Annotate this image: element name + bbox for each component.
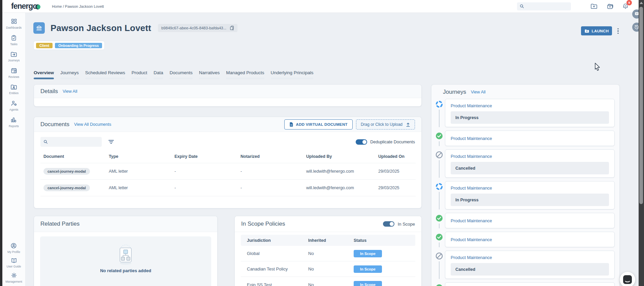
global-search[interactable] (517, 2, 571, 10)
journey-card[interactable]: Product Maintenance (445, 213, 615, 228)
tab-underlying-principals[interactable]: Underlying Principals (271, 70, 314, 79)
document-uploaded-on: 29/03/2025 (375, 163, 416, 180)
related-parties-header: Related Parties (34, 216, 217, 232)
journey-status: Cancelled (451, 263, 609, 276)
tab-data[interactable]: Data (154, 70, 163, 79)
upload-dropzone-button[interactable]: Drag or Click to Upload (356, 119, 415, 130)
tab-journeys[interactable]: Journeys (60, 70, 79, 79)
sidebar-item-entities[interactable]: Entities (9, 84, 19, 95)
sidebar-label: Tasks (10, 42, 18, 46)
top-bar: fenergo Home / Pawson Jackson Lovett 9 (2, 0, 639, 13)
col-type[interactable]: Type (106, 151, 171, 163)
journey-item: Product Maintenance Cancelled (433, 251, 615, 279)
documents-search-input[interactable] (50, 139, 97, 145)
launch-button[interactable]: LAUNCH (581, 26, 612, 35)
document-uploaded-on: 29/03/2025 (375, 180, 416, 196)
global-search-input[interactable] (526, 4, 567, 9)
sidebar-item-agents[interactable]: Agents (9, 100, 18, 111)
col-notarized[interactable]: Notarized (237, 151, 303, 163)
sidebar-item-management[interactable]: Management (5, 272, 22, 283)
col-inherited: Inherited (308, 238, 354, 243)
document-name-chip[interactable]: cancel-journey-modal (43, 184, 90, 191)
journey-item: Product Maintenance (433, 232, 615, 247)
tab-documents[interactable]: Documents (169, 70, 192, 79)
entity-type-tile (33, 22, 45, 34)
col-expiry-date[interactable]: Expiry Date (171, 151, 237, 163)
notifications-button[interactable]: 9 (622, 3, 629, 9)
sidebar-item-dashboards[interactable]: Dashboards (6, 18, 22, 29)
entity-id-chip[interactable]: b9849c67-abee-4c05-8483-bafda43... (158, 24, 237, 32)
logo-wordmark: fenergo (11, 2, 37, 11)
document-type: AML letter (106, 180, 171, 196)
in-scope-policies-title: In Scope Policies (241, 221, 285, 227)
in-scope-policies-panel: In Scope Policies In Scope Jurisdiction … (234, 216, 422, 286)
journey-card[interactable]: Product Maintenance (445, 232, 615, 247)
sidebar-item-user-guide[interactable]: User Guide (7, 258, 21, 268)
documents-search[interactable] (40, 137, 102, 147)
new-case-button[interactable] (590, 3, 598, 9)
documents-view-all-link[interactable]: View All Documents (74, 122, 111, 127)
journey-card[interactable]: Product Maintenance Cancelled (445, 251, 615, 279)
policy-row: Canadian Test Policy No In Scope (241, 261, 415, 277)
tab-overview[interactable]: Overview (34, 70, 54, 79)
app-window: fenergo Home / Pawson Jackson Lovett 9 D… (0, 0, 644, 286)
policy-status-badge: In Scope (354, 265, 382, 273)
tab-managed-products[interactable]: Managed Products (226, 70, 264, 79)
filter-icon[interactable] (108, 140, 114, 144)
page-title: Pawson Jackson Lovett (51, 23, 151, 33)
document-expiry: - (171, 180, 237, 196)
journeys-icon (10, 51, 17, 57)
scrollbar-up-arrow[interactable] (640, 2, 643, 4)
policy-inherited: No (308, 266, 354, 271)
details-title: Details (40, 88, 58, 95)
deduplicate-toggle[interactable] (356, 139, 367, 145)
document-row[interactable]: cancel-journey-modal AML letter - - will… (40, 180, 416, 196)
journeys-view-all-link[interactable]: View All (471, 90, 486, 94)
col-document[interactable]: Document (40, 151, 106, 163)
details-header: Details View All (34, 85, 421, 98)
case-collection-button[interactable] (606, 3, 614, 9)
journey-status: Cancelled (451, 162, 609, 174)
document-name-chip[interactable]: cancel-journey-modal (43, 168, 90, 175)
tab-product[interactable]: Product (131, 70, 147, 79)
col-uploaded-on[interactable]: Uploaded On (375, 151, 416, 163)
add-virtual-document-button[interactable]: ADD VIRTUAL DOCUMENT (284, 119, 353, 130)
sidebar-item-reports[interactable]: Reports (9, 117, 19, 128)
sidebar-item-my-profile[interactable]: My Profile (7, 242, 20, 254)
complete-icon (436, 233, 443, 241)
policy-inherited: No (308, 282, 354, 286)
journey-card[interactable]: Product Maintenance In Progress (445, 99, 615, 127)
details-panel: Details View All (34, 84, 422, 107)
col-uploaded-by[interactable]: Uploaded By (303, 151, 375, 163)
journey-item: Product Maintenance (433, 131, 615, 146)
breadcrumb[interactable]: Home / Pawson Jackson Lovett (52, 4, 104, 8)
journey-item: Product Maintenance In Progress (433, 99, 615, 127)
document-row[interactable]: cancel-journey-modal AML letter - - will… (40, 163, 416, 180)
sidebar-item-journeys[interactable]: Journeys (8, 51, 20, 62)
tab-scheduled-reviews[interactable]: Scheduled Reviews (85, 70, 125, 79)
sidebar-item-tasks[interactable]: Tasks (10, 35, 18, 46)
profile-icon (10, 242, 17, 249)
journey-card[interactable]: Product Maintenance (445, 131, 615, 146)
journey-item: Product Maintenance (433, 282, 615, 286)
document-type: AML letter (106, 163, 171, 180)
tab-narratives[interactable]: Narratives (199, 70, 220, 79)
chat-widget-button[interactable] (620, 272, 635, 286)
copy-icon[interactable] (230, 26, 234, 30)
policies-table-header: Jurisdiction Inherited Status (241, 235, 415, 246)
more-actions-button[interactable] (615, 27, 621, 35)
entity-status-badge: Onboarding In Progress (55, 43, 102, 48)
journey-card[interactable]: Product Maintenance Cancelled (445, 149, 615, 178)
sidebar-item-reviews[interactable]: Reviews (8, 67, 19, 79)
journey-card[interactable]: Product Maintenance (445, 282, 615, 286)
journey-name: Product Maintenance (451, 103, 609, 108)
scrollbar-thumb[interactable] (639, 7, 643, 204)
fenergo-logo[interactable]: fenergo (11, 2, 40, 11)
org-chart-icon (116, 244, 135, 265)
journey-card[interactable]: Product Maintenance In Progress (445, 181, 615, 209)
window-left-edge (0, 0, 2, 286)
in-scope-toggle[interactable] (383, 221, 394, 227)
page-scrollbar[interactable] (639, 0, 644, 286)
policy-row: Eoin SS Test No In Scope (241, 277, 415, 286)
details-view-all-link[interactable]: View All (63, 89, 77, 94)
